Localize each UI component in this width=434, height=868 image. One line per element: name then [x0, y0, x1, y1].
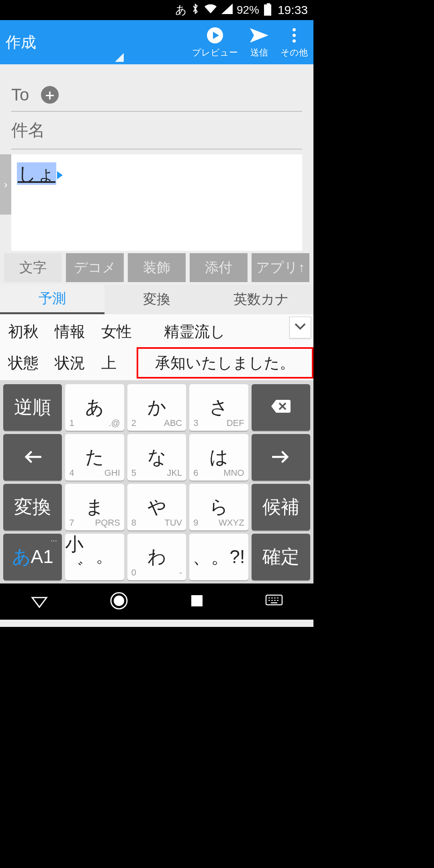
nav-ime-switch-button[interactable]: [265, 594, 283, 609]
candidate-row-1: 初秋 情報 女性 精霊流し: [0, 316, 313, 347]
key-や[interactable]: や8TUV: [127, 484, 186, 530]
subject-field[interactable]: 件名: [11, 112, 302, 149]
preview-label: プレビュー: [192, 47, 238, 59]
send-icon: [249, 26, 269, 45]
app-bar: 作成 プレビュー 送信 その他: [0, 20, 313, 64]
key-逆順[interactable]: 逆順: [3, 384, 62, 431]
wifi-icon: [204, 3, 217, 17]
preview-button[interactable]: プレビュー: [192, 26, 238, 59]
more-dots-icon: ⋯: [51, 537, 58, 545]
svg-rect-6: [191, 595, 203, 606]
compose-form: To ＋ 件名 › しょ: [0, 64, 313, 251]
soft-keyboard: 逆順あ1.@か2ABCさ3DEFた4GHIな5JKLは6MNO変換ま7PQRSや…: [0, 380, 313, 583]
key-は[interactable]: は6MNO: [189, 434, 248, 481]
key-、。?![interactable]: 、。?!: [189, 534, 248, 580]
candidate-item[interactable]: 状況: [47, 347, 93, 379]
key-backspace[interactable]: [252, 384, 310, 431]
toolbar-tab-attach[interactable]: 添付: [190, 253, 248, 282]
nav-back-button[interactable]: [31, 594, 48, 610]
send-label: 送信: [250, 47, 268, 59]
keyboard-row: た4GHIな5JKLは6MNO: [3, 434, 310, 481]
svg-point-2: [293, 34, 296, 37]
backspace-icon: [270, 397, 291, 418]
candidate-item[interactable]: 情報: [47, 316, 93, 347]
key-な[interactable]: な5JKL: [127, 434, 186, 481]
add-recipient-button[interactable]: ＋: [41, 86, 59, 104]
send-button[interactable]: 送信: [249, 26, 269, 59]
key-さ[interactable]: さ3DEF: [189, 384, 248, 431]
status-clock: 19:33: [278, 3, 308, 17]
candidate-item[interactable]: 状態: [0, 347, 47, 379]
page-title[interactable]: 作成: [6, 32, 36, 53]
chevron-down-icon: [295, 323, 306, 332]
key-小゛゜[interactable]: 小 ゛゜: [65, 534, 124, 580]
candidate-item[interactable]: 精霊流し: [156, 316, 233, 347]
ime-tab-convert[interactable]: 変換: [104, 285, 209, 314]
subject-placeholder: 件名: [11, 121, 45, 139]
play-circle-icon: [206, 26, 224, 45]
key-確定[interactable]: 確定: [252, 534, 310, 580]
arrow-left-icon: [24, 447, 41, 467]
expand-candidates-button[interactable]: [289, 317, 311, 338]
signal-icon: [221, 4, 233, 17]
key-候補[interactable]: 候補: [252, 484, 310, 530]
text-caret-icon: [57, 171, 63, 179]
body-textarea[interactable]: しょ: [11, 154, 302, 251]
battery-icon: [264, 4, 271, 16]
ime-tab-predict[interactable]: 予測: [0, 285, 104, 314]
title-dropdown-indicator-icon[interactable]: [115, 53, 124, 62]
arrow-right-icon: [272, 447, 290, 467]
toolbar-tab-text[interactable]: 文字: [4, 253, 62, 282]
compose-toolbar: 文字 デコメ 装飾 添付 アプリ↑: [0, 253, 313, 282]
toolbar-tab-decoration[interactable]: 装飾: [128, 253, 186, 282]
key-わ[interactable]: わ0-: [127, 534, 186, 580]
more-label: その他: [280, 47, 308, 59]
nav-recent-button[interactable]: [190, 594, 204, 610]
toolbar-tab-decome[interactable]: デコメ: [66, 253, 124, 282]
bluetooth-icon: [191, 3, 200, 18]
candidate-item[interactable]: 上: [93, 347, 125, 379]
to-label: To: [11, 85, 29, 104]
nav-home-button[interactable]: [109, 591, 129, 612]
candidate-item[interactable]: 女性: [93, 316, 140, 347]
status-ime-indicator: あ: [175, 2, 187, 18]
candidate-item[interactable]: 初秋: [0, 316, 47, 347]
system-nav-bar: [0, 583, 313, 620]
plus-icon: ＋: [43, 85, 57, 105]
key-input-mode[interactable]: ⋯あA1: [3, 534, 62, 580]
keyboard-row: 逆順あ1.@か2ABCさ3DEF: [3, 384, 310, 431]
key-cursor-right[interactable]: [252, 434, 310, 481]
key-あ[interactable]: あ1.@: [65, 384, 124, 431]
svg-point-3: [293, 39, 296, 43]
key-cursor-left[interactable]: [3, 434, 62, 481]
candidate-row-2: 状態 状況 上 承知いたしました。: [0, 347, 313, 379]
key-ま[interactable]: ま7PQRS: [65, 484, 124, 530]
chevron-right-icon: ›: [4, 178, 8, 191]
battery-percent: 92%: [237, 4, 259, 16]
to-field-row[interactable]: To ＋: [11, 79, 302, 112]
ime-mode-tabs: 予測 変換 英数カナ: [0, 285, 313, 314]
key-た[interactable]: た4GHI: [65, 434, 124, 481]
ime-panel: 予測 変換 英数カナ 初秋 情報 女性 精霊流し 状態 状況 上 承知いたしまし…: [0, 285, 313, 583]
key-ら[interactable]: ら9WXYZ: [189, 484, 248, 530]
key-変換[interactable]: 変換: [3, 484, 62, 530]
toolbar-tab-app[interactable]: アプリ↑: [252, 253, 309, 282]
svg-point-1: [293, 28, 296, 31]
ime-composing-text: しょ: [17, 162, 56, 185]
keyboard-row: ⋯あA1小 ゛゜わ0-、。?!確定: [3, 534, 310, 580]
svg-point-5: [114, 596, 124, 606]
more-vert-icon: [291, 26, 297, 45]
ime-tab-alnum[interactable]: 英数カナ: [209, 285, 313, 314]
keyboard-row: 変換ま7PQRSや8TUVら9WXYZ候補: [3, 484, 310, 530]
status-bar: あ 92% 19:33: [0, 0, 313, 20]
more-button[interactable]: その他: [280, 26, 308, 59]
key-か[interactable]: か2ABC: [127, 384, 186, 431]
candidate-item-highlighted[interactable]: 承知いたしました。: [137, 347, 313, 379]
candidate-area: 初秋 情報 女性 精霊流し 状態 状況 上 承知いたしました。: [0, 314, 313, 380]
side-expand-tab[interactable]: ›: [0, 154, 11, 215]
